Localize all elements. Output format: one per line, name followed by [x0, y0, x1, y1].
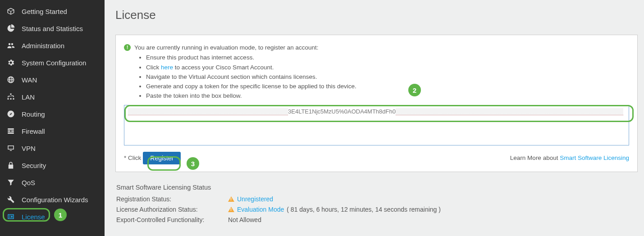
- sidebar-item-label: QoS: [22, 179, 35, 186]
- status-label: License Authorization Status:: [116, 206, 228, 213]
- token-input[interactable]: x3E4LTE1Njc5MzU5%0AODA4MTh8dFh0x: [124, 105, 629, 145]
- compass-icon: [6, 109, 15, 118]
- cube-icon: [6, 7, 15, 16]
- sidebar-item-vpn[interactable]: VPN: [0, 140, 105, 157]
- status-row-export: Export-Controlled Functionality: Not All…: [116, 216, 638, 223]
- sidebar-item-administration[interactable]: Administration: [0, 37, 105, 54]
- piechart-icon: [6, 24, 15, 33]
- sidebar-item-label: Firewall: [22, 127, 45, 135]
- sidebar-item-label: Security: [22, 162, 46, 169]
- page-title: License: [115, 8, 638, 22]
- evaluation-notice: ! You are currently running in evaluatio…: [124, 43, 629, 101]
- register-row: * Click Register Learn More about Smart …: [124, 152, 629, 164]
- sidebar-item-wan[interactable]: WAN: [0, 71, 105, 88]
- users-icon: [6, 41, 15, 50]
- token-value: x3E4LTE1Njc5MzU5%0AODA4MTh8dFh0x: [128, 108, 625, 115]
- status-label: Registration Status:: [116, 195, 228, 203]
- license-panel: ! You are currently running in evaluatio…: [115, 35, 638, 172]
- smart-licensing-link[interactable]: Smart Software Licensing: [560, 154, 629, 161]
- status-label: Export-Controlled Functionality:: [116, 216, 228, 223]
- sidebar-item-status-statistics[interactable]: Status and Statistics: [0, 20, 105, 37]
- sidebar-item-getting-started[interactable]: Getting Started: [0, 3, 105, 20]
- notice-lead: You are currently running in evaluation …: [134, 44, 319, 51]
- authorization-remaining: ( 81 days, 6 hours, 12 minutes, 14 secon…: [287, 206, 441, 213]
- monitor-icon: [6, 144, 15, 153]
- learn-more: Learn More about Smart Software Licensin…: [510, 154, 629, 161]
- sidebar-item-qos[interactable]: QoS: [0, 174, 105, 191]
- register-prefix: * Click: [124, 154, 141, 161]
- filter-icon: [6, 178, 15, 187]
- sidebar-item-label: License: [22, 213, 45, 221]
- register-button[interactable]: Register: [143, 152, 181, 164]
- sidebar-item-firewall[interactable]: Firewall: [0, 123, 105, 140]
- status-row-registration: Registration Status: Unregistered: [116, 195, 638, 203]
- notice-item: Click here to access your Cisco Smart Ac…: [146, 63, 356, 72]
- main-content: License ! You are currently running in e…: [105, 0, 644, 236]
- sidebar-item-system-configuration[interactable]: System Configuration: [0, 54, 105, 71]
- sidebar-item-label: Getting Started: [22, 8, 67, 15]
- sidebar-item-label: WAN: [22, 76, 37, 84]
- export-value: Not Allowed: [228, 216, 261, 223]
- registration-status-value[interactable]: Unregistered: [237, 195, 273, 203]
- status-section-title: Smart Software Licensing Status: [116, 184, 638, 191]
- sidebar-item-license[interactable]: License: [0, 208, 105, 225]
- sidebar-item-label: Status and Statistics: [22, 25, 83, 32]
- id-card-icon: [6, 212, 15, 221]
- info-icon: !: [124, 44, 131, 51]
- sidebar-item-label: Configuration Wizards: [22, 196, 88, 204]
- lock-icon: [6, 161, 15, 170]
- sitemap-icon: [6, 92, 15, 101]
- notice-body: You are currently running in evaluation …: [134, 43, 356, 101]
- sidebar-item-routing[interactable]: Routing: [0, 105, 105, 123]
- notice-item: Ensure this product has internet access.: [146, 53, 356, 62]
- licensing-status: Smart Software Licensing Status Registra…: [115, 184, 638, 223]
- smart-account-link[interactable]: here: [161, 64, 173, 71]
- sidebar-item-label: VPN: [22, 145, 36, 152]
- warning-icon: [228, 196, 234, 202]
- sidebar-item-config-wizards[interactable]: Configuration Wizards: [0, 191, 105, 208]
- notice-item: Navigate to the Virtual Account section …: [146, 73, 356, 82]
- sidebar-item-label: Administration: [22, 42, 64, 50]
- gear-icon: [6, 58, 15, 67]
- sidebar-item-label: System Configuration: [22, 59, 86, 67]
- notice-item: Generate and copy a token for the specif…: [146, 82, 356, 91]
- wrench-icon: [6, 195, 15, 204]
- sidebar-item-lan[interactable]: LAN: [0, 88, 105, 105]
- sidebar: Getting Started Status and Statistics Ad…: [0, 0, 105, 236]
- authorization-status-value[interactable]: Evaluation Mode: [237, 206, 284, 213]
- globe-icon: [6, 75, 15, 84]
- status-row-authorization: License Authorization Status: Evaluation…: [116, 206, 638, 213]
- warning-icon: [228, 207, 234, 212]
- sidebar-item-label: Routing: [22, 110, 45, 118]
- sidebar-item-label: LAN: [22, 93, 35, 101]
- grid-icon: [6, 127, 15, 136]
- sidebar-item-security[interactable]: Security: [0, 157, 105, 174]
- notice-item: Paste the token into the box bellow.: [146, 91, 356, 100]
